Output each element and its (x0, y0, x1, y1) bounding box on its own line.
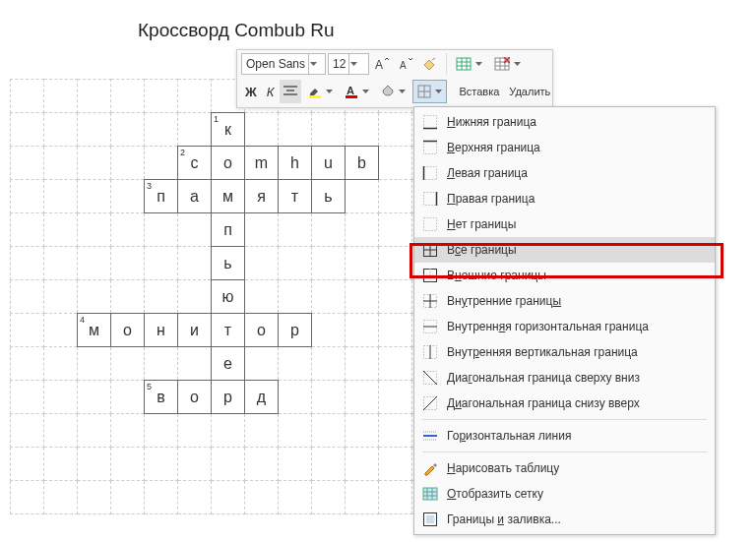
grid-cell[interactable] (245, 280, 279, 314)
grow-font-button[interactable]: A (371, 52, 393, 76)
delete-table-button[interactable] (489, 52, 526, 76)
grid-cell[interactable] (379, 381, 412, 414)
highlight-button[interactable] (303, 80, 338, 103)
grid-cell[interactable] (111, 147, 145, 180)
grid-cell[interactable] (245, 347, 279, 381)
grid-cell[interactable] (11, 280, 44, 314)
grid-cell[interactable] (279, 247, 312, 280)
grid-cell[interactable] (11, 448, 44, 481)
grid-cell[interactable] (346, 448, 379, 481)
borders-button[interactable] (412, 80, 447, 103)
grid-cell[interactable] (245, 448, 279, 481)
grid-cell[interactable] (379, 347, 412, 381)
grid-cell[interactable] (111, 280, 145, 314)
border-menu-hline[interactable]: Горизонтальная линия (414, 423, 715, 449)
grid-cell[interactable] (312, 381, 346, 414)
grid-cell[interactable] (78, 381, 111, 414)
grid-cell[interactable] (44, 448, 78, 481)
grid-cell[interactable] (111, 80, 145, 113)
grid-cell[interactable] (245, 247, 279, 280)
insert-table-button[interactable] (451, 52, 487, 76)
grid-cell[interactable] (44, 113, 78, 147)
grid-cell[interactable] (78, 481, 111, 514)
border-menu-gridv[interactable]: Отобразить сетку (414, 481, 715, 507)
grid-cell[interactable]: р (212, 381, 245, 414)
grid-cell[interactable] (379, 213, 412, 247)
grid-cell[interactable] (379, 448, 412, 481)
grid-cell[interactable] (312, 314, 346, 347)
grid-cell[interactable] (11, 414, 44, 448)
grid-cell[interactable] (11, 347, 44, 381)
grid-cell[interactable] (44, 381, 78, 414)
grid-cell[interactable] (78, 180, 111, 213)
align-center-button[interactable] (280, 80, 301, 103)
grid-cell[interactable] (379, 314, 412, 347)
border-menu-ih[interactable]: Внутренняя горизонтальная граница (414, 314, 715, 339)
border-menu-bottom[interactable]: Нижняя граница (414, 109, 715, 135)
grid-cell[interactable]: о (178, 381, 212, 414)
grid-cell[interactable]: 1к (212, 113, 245, 147)
grid-cell[interactable] (346, 113, 379, 147)
grid-cell[interactable] (145, 147, 178, 180)
grid-cell[interactable] (11, 80, 44, 113)
grid-cell[interactable]: т (212, 314, 245, 347)
grid-cell[interactable] (145, 280, 178, 314)
grid-cell[interactable] (178, 347, 212, 381)
grid-cell[interactable] (11, 180, 44, 213)
grid-cell[interactable] (11, 113, 44, 147)
grid-cell[interactable] (346, 414, 379, 448)
grid-cell[interactable] (78, 448, 111, 481)
grid-cell[interactable] (312, 481, 346, 514)
grid-cell[interactable] (346, 213, 379, 247)
grid-cell[interactable] (78, 414, 111, 448)
grid-cell[interactable] (178, 113, 212, 147)
grid-cell[interactable] (111, 247, 145, 280)
border-menu-top[interactable]: Верхняя граница (414, 135, 715, 160)
grid-cell[interactable] (312, 113, 346, 147)
border-menu-right[interactable]: Правая граница (414, 186, 715, 211)
border-menu-inner[interactable]: Внутренние границы (414, 288, 715, 314)
border-menu-outer[interactable]: Внешние границы (414, 263, 715, 288)
grid-cell[interactable]: т (279, 180, 312, 213)
grid-cell[interactable] (312, 414, 346, 448)
font-select[interactable]: Open Sans (241, 53, 326, 75)
grid-cell[interactable] (145, 481, 178, 514)
grid-cell[interactable]: h (279, 147, 312, 180)
grid-cell[interactable] (44, 213, 78, 247)
grid-cell[interactable] (212, 481, 245, 514)
grid-cell[interactable] (346, 481, 379, 514)
grid-cell[interactable] (379, 180, 412, 213)
grid-cell[interactable] (379, 247, 412, 280)
grid-cell[interactable] (312, 448, 346, 481)
font-color-button[interactable]: A (340, 80, 374, 103)
grid-cell[interactable] (11, 247, 44, 280)
shading-button[interactable] (376, 80, 410, 103)
grid-cell[interactable]: 2с (178, 147, 212, 180)
grid-cell[interactable]: ь (212, 247, 245, 280)
grid-cell[interactable] (145, 414, 178, 448)
grid-cell[interactable] (78, 80, 111, 113)
grid-cell[interactable] (11, 314, 44, 347)
grid-cell[interactable]: u (312, 147, 346, 180)
grid-cell[interactable] (78, 247, 111, 280)
crossword-grid[interactable]: 1к2соmhub3памятьпью4мониторе5ворд (10, 79, 446, 514)
grid-cell[interactable] (145, 80, 178, 113)
grid-cell[interactable] (346, 347, 379, 381)
grid-cell[interactable] (245, 213, 279, 247)
grid-cell[interactable] (279, 213, 312, 247)
grid-cell[interactable] (11, 213, 44, 247)
border-menu-none[interactable]: Нет границы (414, 211, 715, 237)
grid-cell[interactable] (11, 381, 44, 414)
grid-cell[interactable] (78, 213, 111, 247)
border-menu-draw[interactable]: Нарисовать таблицу (414, 455, 715, 481)
grid-cell[interactable] (212, 414, 245, 448)
grid-cell[interactable] (178, 80, 212, 113)
grid-cell[interactable]: m (245, 147, 279, 180)
grid-cell[interactable]: ю (212, 280, 245, 314)
grid-cell[interactable] (111, 113, 145, 147)
grid-cell[interactable] (44, 481, 78, 514)
grid-cell[interactable] (379, 481, 412, 514)
grid-cell[interactable] (178, 448, 212, 481)
grid-cell[interactable] (245, 113, 279, 147)
grid-cell[interactable] (178, 414, 212, 448)
